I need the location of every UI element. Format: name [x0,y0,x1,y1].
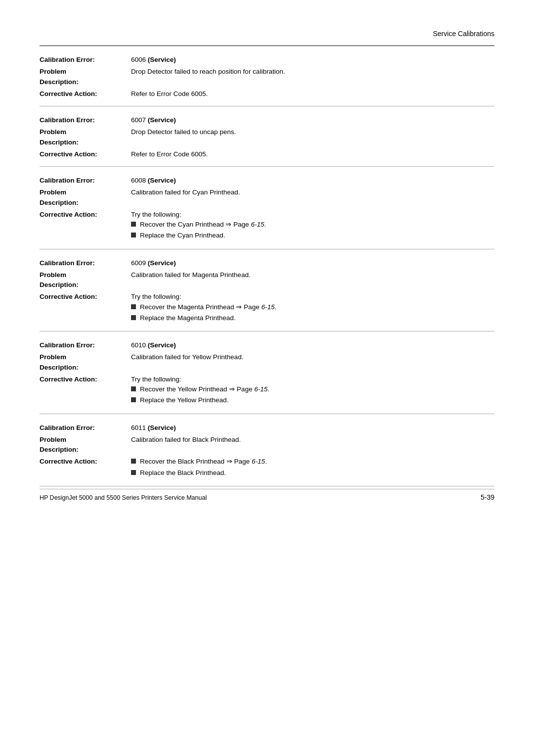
bullet-icon [131,222,136,227]
calibration-error-value: 6011 (Service) [131,423,176,433]
corrective-value: Try the following:Recover the Yellow Pri… [131,375,269,407]
entries-container: Calibration Error:6006 (Service)ProblemD… [40,46,494,486]
corrective-action-row: Corrective Action:Recover the Black Prin… [40,457,494,479]
calibration-error-value: 6010 (Service) [131,340,176,350]
problem-label: ProblemDescription: [40,270,131,290]
corrective-label: Corrective Action: [40,149,131,159]
bullet-icon [131,459,136,464]
header-title: Service Calibrations [433,30,495,38]
corrective-action-row: Corrective Action:Try the following:Reco… [40,375,494,407]
corrective-item: Replace the Magenta Printhead. [131,313,276,323]
calibration-error-value: 6006 (Service) [131,55,176,65]
problem-value: Drop Detector failed to uncap pens. [131,127,236,147]
problem-value: Calibration failed for Cyan Printhead. [131,188,240,208]
corrective-item: Replace the Yellow Printhead. [131,395,269,405]
corrective-value: Recover the Black Printhead ⇒ Page 6-15.… [131,457,267,479]
bullet-icon [131,470,136,475]
corrective-value: Refer to Error Code 6005. [131,89,208,99]
corrective-item: Replace the Cyan Printhead. [131,231,266,240]
corrective-action-row: Corrective Action:Try the following:Reco… [40,210,494,242]
problem-label: ProblemDescription: [40,435,131,455]
corrective-action-row: Corrective Action:Refer to Error Code 60… [40,89,494,99]
problem-description-row: ProblemDescription:Calibration failed fo… [40,352,494,373]
bullet-icon [131,304,136,309]
corrective-label: Corrective Action: [40,375,131,407]
calibration-error-label: Calibration Error: [40,176,131,186]
page-header: Service Calibrations [40,30,494,38]
footer-page-number: 5-39 [481,493,494,501]
corrective-item: Recover the Magenta Printhead ⇒ Page 6-1… [131,302,276,312]
corrective-item: Recover the Cyan Printhead ⇒ Page 6-15. [131,220,266,230]
calibration-entry-6010: Calibration Error:6010 (Service)ProblemD… [40,331,494,414]
corrective-value: Refer to Error Code 6005. [131,149,208,159]
bullet-icon [131,397,136,402]
corrective-value: Try the following:Recover the Magenta Pr… [131,292,276,324]
problem-description-row: ProblemDescription:Drop Detector failed … [40,67,494,87]
problem-description-row: ProblemDescription:Drop Detector failed … [40,127,494,147]
calibration-error-row: Calibration Error:6006 (Service) [40,55,494,65]
calibration-error-value: 6008 (Service) [131,176,176,186]
corrective-item-text: Replace the Yellow Printhead. [140,395,228,405]
calibration-error-label: Calibration Error: [40,55,131,65]
calibration-error-value: 6009 (Service) [131,258,176,268]
footer-left-text: HP DesignJet 5000 and 5500 Series Printe… [40,494,207,501]
corrective-item-text: Recover the Cyan Printhead ⇒ Page 6-15. [140,220,266,230]
calibration-entry-6009: Calibration Error:6009 (Service)ProblemD… [40,249,494,332]
problem-label: ProblemDescription: [40,67,131,87]
bullet-icon [131,233,136,237]
calibration-entry-6007: Calibration Error:6007 (Service)ProblemD… [40,106,494,167]
calibration-error-label: Calibration Error: [40,115,131,125]
problem-description-row: ProblemDescription:Calibration failed fo… [40,188,494,208]
calibration-error-label: Calibration Error: [40,258,131,268]
page: Service Calibrations Calibration Error:6… [0,0,534,526]
problem-label: ProblemDescription: [40,188,131,208]
corrective-label: Corrective Action: [40,89,131,99]
calibration-error-value: 6007 (Service) [131,115,176,125]
calibration-entry-6011: Calibration Error:6011 (Service)ProblemD… [40,414,494,486]
corrective-label: Corrective Action: [40,457,131,479]
corrective-action-row: Corrective Action:Try the following:Reco… [40,292,494,324]
corrective-item-text: Recover the Magenta Printhead ⇒ Page 6-1… [140,302,276,312]
corrective-value: Try the following:Recover the Cyan Print… [131,210,266,242]
problem-value: Calibration failed for Black Printhead. [131,435,241,455]
corrective-item-text: Replace the Black Printhead. [140,468,226,478]
calibration-error-row: Calibration Error:6008 (Service) [40,176,494,186]
page-footer: HP DesignJet 5000 and 5500 Series Printe… [40,489,494,501]
problem-label: ProblemDescription: [40,352,131,373]
bullet-icon [131,386,136,391]
corrective-item-text: Replace the Magenta Printhead. [140,313,236,323]
bullet-icon [131,315,136,320]
calibration-error-label: Calibration Error: [40,423,131,433]
problem-description-row: ProblemDescription:Calibration failed fo… [40,435,494,455]
problem-label: ProblemDescription: [40,127,131,147]
corrective-item: Recover the Yellow Printhead ⇒ Page 6-15… [131,384,269,394]
problem-description-row: ProblemDescription:Calibration failed fo… [40,270,494,290]
corrective-label: Corrective Action: [40,210,131,242]
corrective-item: Recover the Black Printhead ⇒ Page 6-15. [131,457,267,467]
calibration-error-row: Calibration Error:6009 (Service) [40,258,494,268]
corrective-item: Replace the Black Printhead. [131,468,267,478]
corrective-item-text: Recover the Black Printhead ⇒ Page 6-15. [140,457,267,467]
problem-value: Calibration failed for Yellow Printhead. [131,352,243,373]
calibration-error-row: Calibration Error:6010 (Service) [40,340,494,350]
calibration-error-row: Calibration Error:6007 (Service) [40,115,494,125]
calibration-error-row: Calibration Error:6011 (Service) [40,423,494,433]
corrective-label: Corrective Action: [40,292,131,324]
problem-value: Drop Detector failed to reach position f… [131,67,285,87]
problem-value: Calibration failed for Magenta Printhead… [131,270,251,290]
corrective-item-text: Recover the Yellow Printhead ⇒ Page 6-15… [140,384,269,394]
corrective-item-text: Replace the Cyan Printhead. [140,231,225,240]
calibration-entry-6008: Calibration Error:6008 (Service)ProblemD… [40,167,494,249]
calibration-error-label: Calibration Error: [40,340,131,350]
corrective-action-row: Corrective Action:Refer to Error Code 60… [40,149,494,159]
calibration-entry-6006: Calibration Error:6006 (Service)ProblemD… [40,46,494,106]
